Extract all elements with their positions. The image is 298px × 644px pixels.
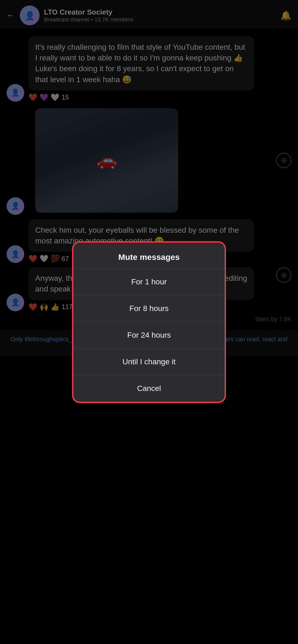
mute-until-change-option[interactable]: Until I change it [73,349,225,375]
mute-modal: Mute messages For 1 hour For 8 hours For… [72,241,226,403]
cancel-button[interactable]: Cancel [73,375,225,402]
mute-24hours-option[interactable]: For 24 hours [73,322,225,349]
modal-overlay[interactable]: Mute messages For 1 hour For 8 hours For… [0,0,298,644]
mute-8hours-option[interactable]: For 8 hours [73,295,225,322]
mute-1hour-option[interactable]: For 1 hour [73,269,225,295]
modal-title: Mute messages [73,243,225,268]
